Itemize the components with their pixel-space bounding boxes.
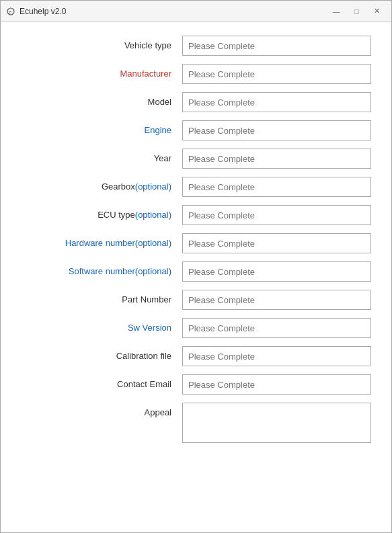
label-year: Year bbox=[21, 149, 182, 165]
minimize-button[interactable]: — bbox=[327, 4, 346, 19]
label-appeal: Appeal bbox=[21, 403, 182, 419]
form-row-hardware-number: Hardware number(optional) bbox=[21, 233, 371, 253]
app-icon: e bbox=[6, 7, 15, 16]
input-hardware-number[interactable] bbox=[182, 233, 371, 253]
form-row-manufacturer: Manufacturer bbox=[21, 64, 371, 84]
label-hardware-number-optional: (optional) bbox=[135, 238, 171, 248]
label-hardware-number: Hardware number(optional) bbox=[21, 233, 182, 249]
form-row-part-number: Part Number bbox=[21, 290, 371, 310]
label-sw-version: Sw Version bbox=[21, 318, 182, 334]
input-model[interactable] bbox=[182, 92, 371, 112]
form-row-appeal: Appeal bbox=[21, 403, 371, 443]
form-row-sw-version: Sw Version bbox=[21, 318, 371, 338]
input-engine[interactable] bbox=[182, 120, 371, 140]
label-calibration-file: Calibration file bbox=[21, 346, 182, 362]
title-bar: e Ecuhelp v2.0 — □ ✕ bbox=[1, 1, 391, 22]
input-part-number[interactable] bbox=[182, 290, 371, 310]
form-row-model: Model bbox=[21, 92, 371, 112]
form-content: Vehicle type Manufacturer Model Engine Y… bbox=[1, 22, 391, 532]
input-calibration-file[interactable] bbox=[182, 346, 371, 366]
svg-text:e: e bbox=[9, 9, 11, 14]
form-row-year: Year bbox=[21, 149, 371, 169]
label-part-number: Part Number bbox=[21, 290, 182, 306]
label-engine-text: Engine bbox=[145, 125, 171, 135]
input-software-number[interactable] bbox=[182, 261, 371, 282]
label-vehicle-type: Vehicle type bbox=[21, 36, 182, 52]
label-manufacturer: Manufacturer bbox=[21, 64, 182, 80]
form-row-gearbox: Gearbox(optional) bbox=[21, 177, 371, 197]
form-row-vehicle-type: Vehicle type bbox=[21, 36, 371, 56]
close-button[interactable]: ✕ bbox=[367, 4, 386, 19]
title-bar-controls: — □ ✕ bbox=[327, 4, 386, 19]
input-vehicle-type[interactable] bbox=[182, 36, 371, 56]
label-model: Model bbox=[21, 92, 182, 108]
label-ecu-type-optional: (optional) bbox=[135, 210, 171, 220]
input-contact-email[interactable] bbox=[182, 374, 371, 395]
label-sw-version-text: Sw Version bbox=[128, 323, 171, 333]
form-row-calibration-file: Calibration file bbox=[21, 346, 371, 366]
form-row-contact-email: Contact Email bbox=[21, 374, 371, 395]
form-row-software-number: Software number(optional) bbox=[21, 261, 371, 282]
form-row-ecu-type: ECU type(optional) bbox=[21, 205, 371, 225]
input-manufacturer[interactable] bbox=[182, 64, 371, 84]
label-contact-email: Contact Email bbox=[21, 374, 182, 391]
window-title: Ecuhelp v2.0 bbox=[19, 7, 66, 16]
label-gearbox: Gearbox(optional) bbox=[21, 177, 182, 193]
input-year[interactable] bbox=[182, 149, 371, 169]
label-gearbox-optional: (optional) bbox=[135, 181, 171, 192]
label-software-number-text: Software number bbox=[69, 266, 135, 276]
input-sw-version[interactable] bbox=[182, 318, 371, 338]
label-software-number: Software number(optional) bbox=[21, 261, 182, 278]
form-row-engine: Engine bbox=[21, 120, 371, 140]
input-gearbox[interactable] bbox=[182, 177, 371, 197]
label-engine: Engine bbox=[21, 120, 182, 136]
input-appeal[interactable] bbox=[182, 403, 371, 443]
label-manufacturer-text: Manufacturer bbox=[120, 69, 171, 79]
maximize-button[interactable]: □ bbox=[347, 4, 366, 19]
label-hardware-number-text: Hardware number bbox=[65, 238, 135, 248]
label-ecu-type: ECU type(optional) bbox=[21, 205, 182, 221]
title-bar-left: e Ecuhelp v2.0 bbox=[6, 7, 66, 16]
app-window: e Ecuhelp v2.0 — □ ✕ Vehicle type Manufa… bbox=[0, 0, 392, 533]
input-ecu-type[interactable] bbox=[182, 205, 371, 225]
label-software-number-optional: (optional) bbox=[135, 266, 171, 276]
